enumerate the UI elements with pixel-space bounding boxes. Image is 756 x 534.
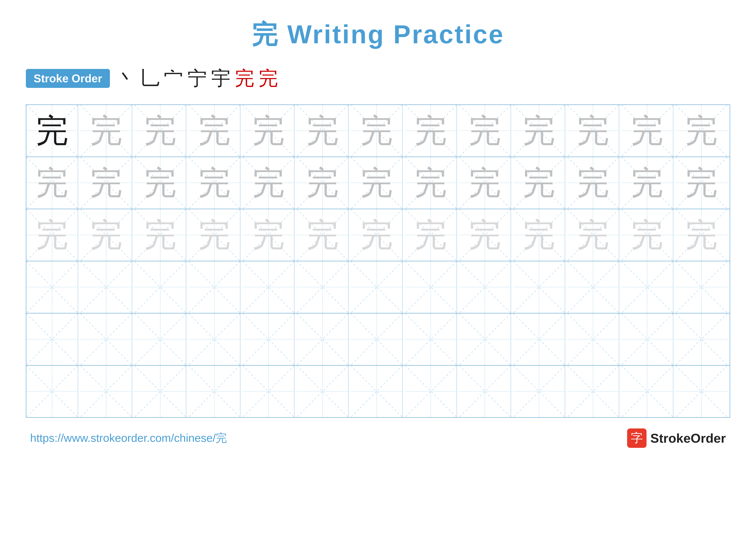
svg-line-148 [513,366,565,417]
svg-line-123 [513,314,565,365]
svg-line-96 [513,261,565,313]
svg-line-107 [80,314,132,365]
practice-char: 完 [198,167,230,199]
practice-grid: 完 完 完 完 完 完 完 完 [26,105,730,418]
svg-line-97 [513,261,565,313]
svg-line-149 [513,366,565,417]
grid-cell: 完 [134,105,186,157]
grid-cell: 完 [567,209,619,261]
practice-char: 完 [469,114,501,147]
svg-line-93 [405,261,457,313]
practice-char: 完 [361,114,393,147]
svg-line-142 [351,366,402,417]
svg-line-101 [622,261,673,313]
svg-line-88 [297,261,348,313]
grid-cell [405,314,457,365]
svg-line-150 [567,366,619,417]
grid-cell [513,366,565,417]
svg-line-126 [622,314,673,365]
svg-line-153 [622,366,673,417]
practice-char: 完 [577,167,609,199]
practice-char: 完 [577,219,609,251]
practice-char: 完 [90,114,122,147]
svg-line-154 [676,366,727,417]
practice-char: 完 [36,219,68,251]
svg-line-114 [297,314,348,365]
svg-line-109 [134,314,186,365]
svg-line-135 [134,366,186,417]
footer-url[interactable]: https://www.strokeorder.com/chinese/完 [30,431,227,446]
grid-cell [622,314,673,365]
grid-cell [297,314,348,365]
grid-cell: 完 [513,105,565,157]
svg-line-79 [26,261,78,313]
grid-cell: 完 [26,209,78,261]
practice-char: 完 [144,114,176,147]
svg-line-115 [297,314,348,365]
practice-char: 完 [415,219,447,251]
grid-cell: 完 [297,105,348,157]
grid-cell: 完 [297,157,348,209]
grid-cell: 完 [80,157,132,209]
grid-cell: 完 [676,105,727,157]
practice-char: 完 [198,114,230,147]
grid-cell [622,366,673,417]
svg-line-81 [80,261,132,313]
svg-line-124 [567,314,619,365]
svg-line-121 [459,314,511,365]
svg-line-105 [26,314,78,365]
grid-cell [513,314,565,365]
practice-char: 完 [361,167,393,199]
svg-line-110 [189,314,240,365]
grid-cell [134,366,186,417]
practice-char: 完 [144,219,176,251]
svg-line-132 [80,366,132,417]
grid-cell: 完 [676,157,727,209]
svg-line-141 [297,366,348,417]
grid-cell: 完 [459,157,511,209]
practice-char: 完 [36,114,68,147]
svg-line-155 [676,366,727,417]
svg-line-145 [405,366,457,417]
svg-line-118 [405,314,457,365]
svg-line-78 [26,261,78,313]
grid-row: 完 完 完 完 完 完 完 完 [26,209,730,261]
svg-line-103 [676,261,727,313]
svg-line-136 [189,366,240,417]
grid-cell: 完 [189,105,240,157]
practice-char: 完 [523,167,555,199]
grid-cell [80,314,132,365]
stroke-order-badge: Stroke Order [26,69,110,88]
svg-line-104 [26,314,78,365]
grid-cell: 完 [80,105,132,157]
svg-line-92 [405,261,457,313]
grid-cell [189,366,240,417]
practice-char: 完 [90,219,122,251]
svg-line-137 [189,366,240,417]
svg-line-98 [567,261,619,313]
grid-cell: 完 [189,157,240,209]
grid-cell [567,261,619,313]
grid-cell [351,366,403,417]
grid-cell [26,261,78,313]
grid-cell [297,261,348,313]
practice-char: 完 [685,167,717,199]
grid-cell: 完 [622,105,673,157]
grid-row [26,261,730,314]
grid-cell [351,314,403,365]
grid-cell: 完 [405,209,457,261]
svg-line-91 [351,261,402,313]
stroke-sequence: 丶 ⺃ 宀 宁 宇 完 完 [116,65,278,91]
practice-char: 完 [36,167,68,199]
grid-cell [80,366,132,417]
grid-cell [405,261,457,313]
svg-line-106 [80,314,132,365]
practice-char: 完 [685,114,717,147]
stroke-3: 宀 [164,65,183,91]
grid-cell [459,314,511,365]
svg-line-139 [243,366,294,417]
svg-line-80 [80,261,132,313]
grid-cell [26,314,78,365]
title-char: 完 [252,20,279,49]
svg-line-140 [297,366,348,417]
